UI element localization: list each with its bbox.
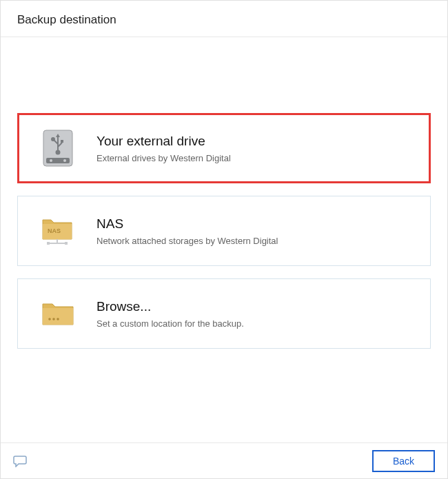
svg-rect-12 [47,242,50,245]
back-button[interactable]: Back [372,450,435,472]
external-drive-icon [39,129,77,167]
svg-point-14 [48,318,51,320]
svg-text:NAS: NAS [48,227,61,234]
option-title: Your external drive [96,134,231,149]
svg-point-3 [63,159,66,162]
option-nas[interactable]: NAS NAS Network attached storages by Wes… [17,196,431,266]
svg-point-5 [57,151,60,154]
nas-folder-icon: NAS [39,212,77,250]
option-title: NAS [96,216,278,232]
option-text: Browse... Set a custom location for the … [96,299,244,329]
svg-point-2 [50,159,52,162]
option-external-drive[interactable]: Your external drive External drives by W… [17,113,431,183]
svg-point-15 [52,318,55,320]
chat-icon[interactable] [13,455,27,467]
footer-bar: Back [1,442,447,478]
svg-point-16 [57,318,59,320]
page-header: Backup destination [1,1,447,37]
option-desc: External drives by Western Digital [96,153,231,163]
option-text: Your external drive External drives by W… [96,134,231,163]
option-text: NAS Network attached storages by Western… [96,216,278,246]
page-title: Backup destination [17,13,431,27]
option-title: Browse... [96,299,244,314]
option-browse[interactable]: Browse... Set a custom location for the … [17,278,431,349]
option-desc: Network attached storages by Western Dig… [96,236,278,246]
svg-rect-8 [61,140,63,143]
browse-folder-icon [39,294,77,333]
svg-point-7 [52,138,54,141]
options-list: Your external drive External drives by W… [1,37,447,375]
option-desc: Set a custom location for the backup. [96,318,244,329]
svg-rect-13 [65,242,68,245]
